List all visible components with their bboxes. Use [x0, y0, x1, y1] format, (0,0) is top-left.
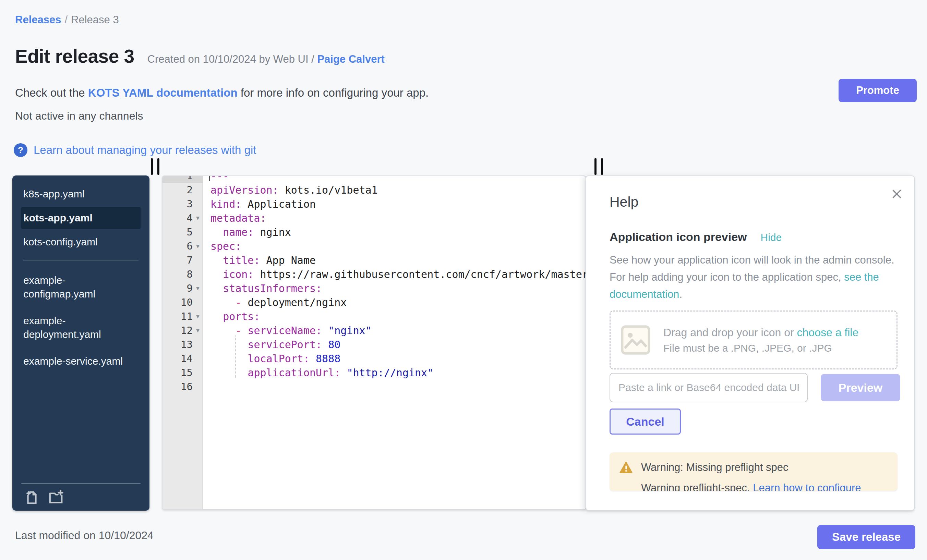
code-text: kind: Application	[203, 197, 316, 211]
close-icon[interactable]	[889, 187, 904, 202]
fold-arrow-icon[interactable]: ▼	[193, 323, 203, 338]
code-text: metadata:	[203, 211, 266, 225]
line-number: 12	[163, 323, 193, 338]
warning-title: Warning: Missing preflight spec	[641, 461, 789, 473]
docs-hint: Check out the KOTS YAML documentation fo…	[15, 87, 429, 99]
learn-configure-link[interactable]: Learn how to configure	[753, 482, 861, 491]
code-line-8[interactable]: 8 icon: https://raw.githubusercontent.co…	[163, 267, 585, 281]
line-number: 16	[163, 380, 193, 394]
line-number: 4	[163, 211, 193, 225]
title-row: Edit release 3 Created on 10/10/2024 by …	[15, 45, 384, 67]
drop-instruction: Drag and drop your icon or	[663, 326, 797, 338]
image-placeholder-icon	[620, 324, 652, 356]
code-line-10[interactable]: 10 - deployment/nginx	[163, 296, 585, 310]
code-text: servicePort: 80	[203, 338, 340, 352]
new-folder-icon[interactable]	[48, 489, 64, 505]
line-number: 7	[163, 253, 193, 267]
line-number: 15	[163, 366, 193, 380]
file-tree-item-example-deployment-yaml[interactable]: example-deployment.yaml	[21, 310, 141, 346]
file-group-divider	[23, 260, 138, 261]
code-line-2[interactable]: 2apiVersion: kots.io/v1beta1	[163, 183, 585, 197]
cancel-button[interactable]: Cancel	[609, 408, 681, 434]
gutter-cell: 3	[163, 197, 203, 211]
help-panel-resize-handle[interactable]	[594, 158, 604, 175]
git-help-row[interactable]: ? Learn about managing your releases wit…	[14, 143, 256, 157]
code-text: apiVersion: kots.io/v1beta1	[203, 183, 378, 197]
created-by-link[interactable]: Paige Calvert	[317, 53, 384, 65]
icon-url-input[interactable]	[609, 373, 808, 402]
yaml-editor[interactable]: 1---2apiVersion: kots.io/v1beta13kind: A…	[162, 176, 586, 510]
created-info: Created on 10/10/2024 by Web UI / Paige …	[147, 53, 384, 65]
docs-hint-before: Check out the	[15, 87, 88, 99]
file-tree-item-example-configmap-yaml[interactable]: example-configmap.yaml	[21, 269, 141, 305]
kots-yaml-docs-link[interactable]: KOTS YAML documentation	[88, 87, 237, 99]
line-number: 5	[163, 225, 193, 239]
code-line-16[interactable]: 16	[163, 380, 585, 394]
code-line-7[interactable]: 7 title: App Name	[163, 253, 585, 267]
code-line-14[interactable]: 14 localPort: 8888	[163, 352, 585, 366]
line-number: 13	[163, 338, 193, 352]
code-line-13[interactable]: 13 servicePort: 80	[163, 338, 585, 352]
help-title: Help	[609, 194, 638, 210]
promote-button[interactable]: Promote	[839, 79, 917, 102]
code-line-6[interactable]: 6▼spec:	[163, 239, 585, 253]
code-text	[203, 380, 211, 394]
file-type-hint: File must be a .PNG, .JPEG, or .JPG	[663, 342, 859, 354]
last-modified: Last modified on 10/10/2024	[15, 529, 153, 542]
preview-button[interactable]: Preview	[821, 374, 900, 401]
choose-file-link[interactable]: choose a file	[797, 326, 859, 338]
code-line-9[interactable]: 9▼ statusInformers:	[163, 281, 585, 296]
warning-detail: Warning preflight-spec. Learn how to con…	[641, 482, 888, 491]
desc-period: .	[679, 288, 682, 300]
gutter-cell: 13	[163, 338, 203, 352]
fold-arrow-icon[interactable]: ▼	[193, 281, 203, 296]
code-text: title: App Name	[203, 253, 316, 267]
breadcrumb-current: Release 3	[71, 14, 119, 26]
code-line-12[interactable]: 12▼ - serviceName: "nginx"	[163, 323, 585, 338]
line-number: 3	[163, 197, 193, 211]
gutter-cell: 10	[163, 296, 203, 310]
breadcrumb-separator: /	[64, 14, 68, 26]
breadcrumb: Releases/Release 3	[15, 14, 119, 26]
file-tree-item-kots-app-yaml[interactable]: kots-app.yaml	[21, 207, 141, 229]
save-release-button[interactable]: Save release	[817, 525, 915, 549]
code-text: localPort: 8888	[203, 352, 340, 366]
indent-guide	[235, 335, 236, 378]
created-text: Created on 10/10/2024 by Web UI /	[147, 53, 318, 65]
new-file-icon[interactable]	[24, 489, 40, 505]
icon-link-row: Preview	[609, 373, 900, 402]
line-number: 14	[163, 352, 193, 366]
breadcrumb-releases-link[interactable]: Releases	[15, 14, 61, 26]
file-tree-item-k8s-app-yaml[interactable]: k8s-app.yaml	[21, 183, 141, 205]
code-line-5[interactable]: 5 name: nginx	[163, 225, 585, 239]
git-releases-link[interactable]: Learn about managing your releases with …	[33, 144, 256, 156]
code-line-1[interactable]: 1---	[163, 176, 585, 183]
fold-arrow-icon[interactable]: ▼	[193, 239, 203, 253]
text-cursor	[209, 176, 210, 181]
code-text: - deployment/nginx	[203, 296, 346, 310]
icon-dropzone[interactable]: Drag and drop your icon or choose a file…	[609, 311, 898, 369]
file-list: k8s-app.yamlkots-app.yamlkots-config.yam…	[12, 176, 149, 372]
fold-arrow-icon[interactable]: ▼	[193, 211, 203, 225]
code-text: ports:	[203, 310, 260, 323]
line-number: 9	[163, 281, 193, 296]
gutter-cell: 12▼	[163, 323, 203, 338]
gutter-cell: 11▼	[163, 310, 203, 323]
line-number: 6	[163, 239, 193, 253]
channel-status: Not active in any channels	[15, 110, 143, 122]
hide-link[interactable]: Hide	[761, 232, 782, 243]
gutter-cell: 4▼	[163, 211, 203, 225]
code-line-15[interactable]: 15 applicationUrl: "http://nginx"	[163, 366, 585, 380]
gutter-cell: 6▼	[163, 239, 203, 253]
warning-detail-text: Warning preflight-spec.	[641, 482, 753, 491]
line-number: 11	[163, 310, 193, 323]
code-line-3[interactable]: 3kind: Application	[163, 197, 585, 211]
fold-arrow-icon[interactable]: ▼	[193, 310, 203, 323]
file-tree-item-kots-config-yaml[interactable]: kots-config.yaml	[21, 231, 141, 253]
sidebar-resize-handle[interactable]	[151, 158, 160, 175]
code-text: - serviceName: "nginx"	[203, 323, 372, 338]
code-line-4[interactable]: 4▼metadata:	[163, 211, 585, 225]
file-tree-item-example-service-yaml[interactable]: example-service.yaml	[21, 350, 141, 372]
gutter-cell: 16	[163, 380, 203, 394]
code-line-11[interactable]: 11▼ ports:	[163, 310, 585, 323]
